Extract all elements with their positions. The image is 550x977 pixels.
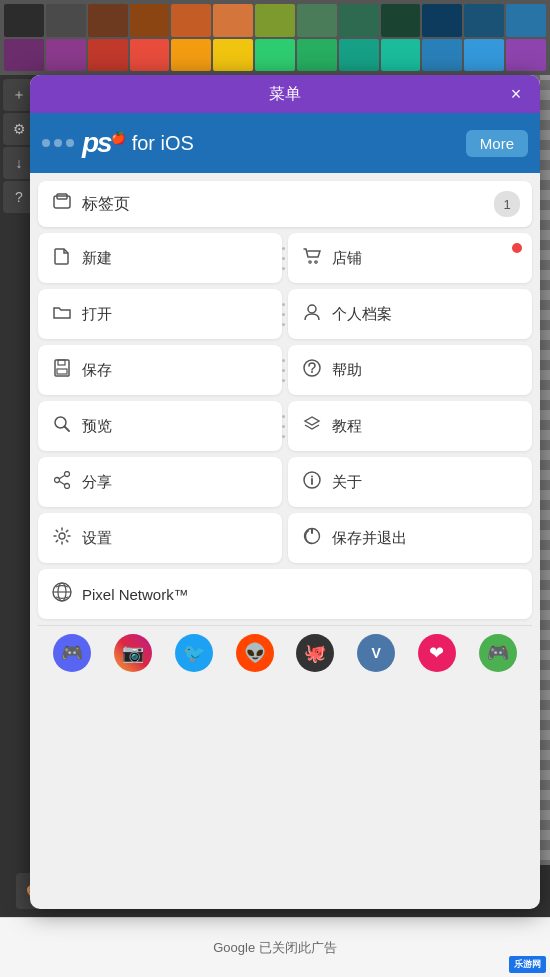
new-icon (52, 247, 72, 269)
ps-dot-2 (54, 139, 62, 147)
divider-open (282, 299, 285, 329)
svg-line-15 (59, 475, 65, 479)
menu-item-profile[interactable]: 个人档案 (288, 289, 532, 339)
svg-point-4 (308, 305, 316, 313)
divider-save (282, 355, 285, 385)
menu-item-about[interactable]: 关于 (288, 457, 532, 507)
ps-more-button[interactable]: More (466, 130, 528, 157)
svg-point-14 (65, 484, 70, 489)
settings-icon (52, 527, 72, 549)
social-twitter-button[interactable]: 🐦 (175, 634, 213, 672)
tabs-row[interactable]: 标签页 1 (38, 181, 532, 227)
ad-bar: Google 已关闭此广告 乐游网 (0, 917, 550, 977)
help-icon (302, 359, 322, 381)
menu-grid-row4: 预览 教程 (38, 401, 532, 451)
svg-point-9 (311, 371, 313, 373)
store-notification-dot (512, 243, 522, 253)
tutorial-label: 教程 (332, 417, 362, 436)
menu-item-pixel-network[interactable]: Pixel Network™ (38, 569, 532, 619)
menu-item-preview[interactable]: 预览 (38, 401, 282, 451)
color-swatch[interactable] (381, 4, 421, 37)
profile-icon (302, 303, 322, 325)
pixel-network-label: Pixel Network™ (82, 586, 189, 603)
color-swatch[interactable] (339, 39, 379, 72)
ps-logo: ps🍎 (82, 127, 124, 159)
color-swatch[interactable] (46, 4, 86, 37)
social-icons-row: 🎮 📷 🐦 👽 🐙 V ❤ 🎮 (38, 625, 532, 676)
color-swatch[interactable] (255, 4, 295, 37)
dialog-close-button[interactable]: × (504, 82, 528, 106)
color-swatch[interactable] (4, 39, 44, 72)
tabs-label: 标签页 (82, 194, 130, 215)
color-swatch[interactable] (339, 4, 379, 37)
store-icon (302, 248, 322, 268)
menu-grid-row1: 新建 店铺 (38, 233, 532, 283)
open-label: 打开 (82, 305, 112, 324)
color-swatch[interactable] (422, 39, 462, 72)
svg-rect-7 (57, 369, 67, 374)
color-swatch[interactable] (506, 39, 546, 72)
social-instagram-button[interactable]: 📷 (114, 634, 152, 672)
menu-item-save-exit[interactable]: 保存并退出 (288, 513, 532, 563)
tutorial-icon (302, 415, 322, 437)
color-swatch[interactable] (4, 4, 44, 37)
color-swatch[interactable] (46, 39, 86, 72)
menu-item-help[interactable]: 帮助 (288, 345, 532, 395)
color-swatch[interactable] (213, 4, 253, 37)
menu-grid-row6: 设置 保存并退出 (38, 513, 532, 563)
social-discord-button[interactable]: 🎮 (53, 634, 91, 672)
save-exit-label: 保存并退出 (332, 529, 407, 548)
color-swatch[interactable] (506, 4, 546, 37)
color-swatch[interactable] (130, 39, 170, 72)
social-vk-button[interactable]: V (357, 634, 395, 672)
tabs-icon (52, 192, 72, 217)
preview-label: 预览 (82, 417, 112, 436)
profile-label: 个人档案 (332, 305, 392, 324)
color-swatch[interactable] (255, 39, 295, 72)
color-swatch[interactable] (171, 4, 211, 37)
ps-banner: ps🍎 for iOS More (30, 113, 540, 173)
menu-dialog: 菜单 × ps🍎 for iOS More 标签页 1 (30, 75, 540, 909)
color-swatch[interactable] (130, 4, 170, 37)
color-swatch[interactable] (464, 4, 504, 37)
svg-point-13 (55, 478, 60, 483)
share-label: 分享 (82, 473, 112, 492)
preview-icon (52, 415, 72, 437)
ad-bar-text: Google 已关闭此广告 (213, 939, 337, 957)
color-swatch[interactable] (464, 39, 504, 72)
ps-dot-3 (66, 139, 74, 147)
social-github-button[interactable]: 🐙 (296, 634, 334, 672)
menu-item-store[interactable]: 店铺 (288, 233, 532, 283)
menu-item-share[interactable]: 分享 (38, 457, 282, 507)
svg-line-16 (59, 481, 65, 485)
color-swatch[interactable] (88, 4, 128, 37)
color-swatch[interactable] (297, 39, 337, 72)
tabs-badge: 1 (494, 191, 520, 217)
color-swatch[interactable] (297, 4, 337, 37)
color-swatch[interactable] (381, 39, 421, 72)
ps-for-ios-label: for iOS (132, 132, 194, 155)
social-reddit-button[interactable]: 👽 (236, 634, 274, 672)
menu-item-new[interactable]: 新建 (38, 233, 282, 283)
menu-item-settings[interactable]: 设置 (38, 513, 282, 563)
menu-grid-row2: 打开 个人档案 (38, 289, 532, 339)
menu-content: 标签页 1 新建 (30, 173, 540, 684)
social-game-button[interactable]: 🎮 (479, 634, 517, 672)
help-label: 帮助 (332, 361, 362, 380)
divider-new (282, 243, 285, 273)
menu-item-open[interactable]: 打开 (38, 289, 282, 339)
about-label: 关于 (332, 473, 362, 492)
svg-point-19 (311, 476, 313, 478)
color-swatch[interactable] (171, 39, 211, 72)
menu-item-save[interactable]: 保存 (38, 345, 282, 395)
ps-banner-dots (42, 139, 74, 147)
menu-item-tutorial[interactable]: 教程 (288, 401, 532, 451)
color-swatch[interactable] (422, 4, 462, 37)
ps-dot-1 (42, 139, 50, 147)
color-swatch[interactable] (213, 39, 253, 72)
svg-point-3 (315, 261, 317, 263)
dialog-titlebar: 菜单 × (30, 75, 540, 113)
color-swatch[interactable] (88, 39, 128, 72)
social-heart-button[interactable]: ❤ (418, 634, 456, 672)
open-icon (52, 304, 72, 324)
